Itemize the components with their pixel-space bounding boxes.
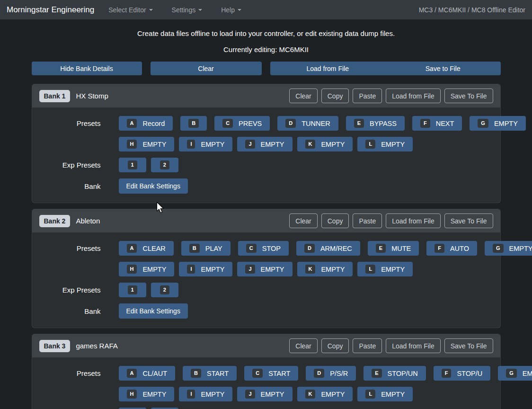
preset-button-j[interactable]: JEMPTY	[237, 387, 292, 401]
preset-key-badge: H	[127, 390, 137, 399]
bank-load-from-file-button[interactable]: Load from File	[386, 338, 440, 353]
preset-button-k[interactable]: KEMPTY	[297, 387, 353, 401]
preset-button-c[interactable]: CSTOP	[238, 241, 289, 256]
bank-paste-button[interactable]: Paste	[353, 213, 382, 228]
bank-number-badge: Bank 2	[39, 215, 71, 227]
preset-buttons: HEMPTY IEMPTY JEMPTY KEMPTY LEMPTY	[119, 137, 413, 151]
preset-button-k[interactable]: KEMPTY	[297, 137, 353, 151]
intro-section: Create data files offline to load into y…	[0, 29, 532, 53]
exp-preset-button-1[interactable]: 1	[119, 283, 146, 297]
menu-select-editor[interactable]: Select Editor	[108, 6, 152, 14]
exp-presets-row: Exp Presets 1 2	[40, 283, 493, 297]
exp-preset-button-2[interactable]: 2	[151, 158, 178, 172]
preset-button-e[interactable]: ESTOP/UN	[364, 366, 426, 381]
bank-panel-2: Bank 2 Ableton Clear Copy Paste Load fro…	[32, 209, 501, 328]
hide-bank-details-button[interactable]: Hide Bank Details	[32, 62, 142, 75]
exp-preset-buttons: 1 2	[119, 283, 178, 297]
bank-save-to-file-button[interactable]: Save To File	[444, 338, 493, 353]
preset-button-d[interactable]: DARM/REC	[296, 241, 360, 256]
preset-button-g[interactable]: GEMPTY	[498, 366, 532, 381]
exp-preset-button-2[interactable]: 2	[151, 283, 178, 297]
menu-settings[interactable]: Settings	[172, 6, 203, 14]
preset-key-badge: H	[127, 265, 137, 274]
preset-key-badge: E	[376, 244, 386, 253]
preset-key-badge: K	[305, 390, 316, 399]
preset-key-badge: D	[314, 369, 324, 378]
preset-button-i[interactable]: IEMPTY	[179, 262, 232, 276]
edit-bank-settings-button[interactable]: Edit Bank Settings	[119, 303, 188, 319]
save-to-file-button[interactable]: Save to File	[385, 62, 501, 75]
bank-copy-button[interactable]: Copy	[321, 89, 349, 103]
exp-preset-buttons: 1 2	[119, 158, 178, 172]
bank-settings-row: Bank Edit Bank Settings	[40, 178, 493, 194]
preset-buttons: ACLEAR BPLAY CSTOP DARM/REC EMUTE FAUTO …	[119, 241, 532, 256]
preset-button-l[interactable]: LEMPTY	[357, 262, 413, 276]
bank-save-to-file-button[interactable]: Save To File	[444, 89, 493, 103]
menu-help-label: Help	[221, 6, 235, 14]
bank-paste-button[interactable]: Paste	[353, 89, 382, 103]
bank-clear-button[interactable]: Clear	[289, 338, 317, 353]
preset-button-b[interactable]: BPLAY	[181, 241, 231, 256]
exp-preset-button-1[interactable]: 1	[119, 158, 146, 172]
preset-button-b[interactable]: BSTART	[183, 366, 237, 381]
preset-button-f[interactable]: FNEXT	[412, 116, 462, 131]
presets-row-2: HEMPTY IEMPTY JEMPTY KEMPTY LEMPTY	[40, 387, 493, 401]
exp-presets-row: Exp Presets 1 2	[40, 158, 493, 172]
preset-button-a[interactable]: ACLEAR	[119, 241, 174, 256]
bank-paste-button[interactable]: Paste	[353, 338, 382, 353]
menu-help[interactable]: Help	[221, 6, 241, 14]
preset-button-a[interactable]: ARecord	[119, 116, 173, 131]
preset-button-i[interactable]: IEMPTY	[179, 137, 232, 151]
preset-button-h[interactable]: HEMPTY	[119, 137, 175, 151]
preset-button-j[interactable]: JEMPTY	[237, 262, 292, 276]
preset-button-h[interactable]: HEMPTY	[119, 387, 175, 401]
preset-button-k[interactable]: KEMPTY	[297, 262, 353, 276]
preset-button-c[interactable]: CPREVS	[214, 116, 270, 131]
preset-button-b[interactable]: B	[180, 116, 207, 131]
preset-button-j[interactable]: JEMPTY	[237, 137, 292, 151]
brand[interactable]: Morningstar Engineering	[7, 5, 94, 15]
exp-key-badge: 2	[160, 285, 169, 294]
bank-copy-button[interactable]: Copy	[321, 338, 349, 353]
load-from-file-button[interactable]: Load from File	[270, 62, 386, 75]
bank-1-header: Bank 1 HX Stomp Clear Copy Paste Load fr…	[32, 84, 500, 107]
bank-save-to-file-button[interactable]: Save To File	[444, 213, 493, 228]
preset-key-badge: C	[252, 369, 263, 378]
bank-1-actions: Clear Copy Paste Load from File Save To …	[289, 89, 493, 103]
main-toolbar: Hide Bank Details Clear Load from File S…	[32, 62, 501, 75]
preset-button-l[interactable]: LEMPTY	[357, 137, 413, 151]
preset-key-badge: G	[506, 369, 517, 378]
currently-editing-text: Currently editing: MC6MKII	[0, 45, 532, 53]
preset-key-badge: J	[245, 265, 255, 274]
clear-all-button[interactable]: Clear	[151, 62, 262, 75]
preset-key-badge: F	[442, 369, 452, 378]
edit-bank-settings-button[interactable]: Edit Bank Settings	[119, 178, 188, 194]
preset-button-d[interactable]: DP/S/R	[306, 366, 356, 381]
bank-load-from-file-button[interactable]: Load from File	[386, 89, 440, 103]
preset-button-d[interactable]: DTUNNER	[277, 116, 338, 131]
preset-key-badge: D	[285, 119, 296, 128]
navbar: Morningstar Engineering Select Editor Se…	[0, 0, 532, 19]
preset-button-e[interactable]: EMUTE	[368, 241, 419, 256]
preset-key-badge: G	[493, 244, 504, 253]
preset-button-i[interactable]: IEMPTY	[179, 387, 232, 401]
preset-button-h[interactable]: HEMPTY	[119, 262, 175, 276]
preset-button-f[interactable]: FSTOP/U	[434, 366, 490, 381]
preset-button-e[interactable]: EBYPASS	[346, 116, 405, 131]
bank-1-body: Presets ARecord B CPREVS DTUNNER EBYPASS…	[32, 107, 500, 203]
preset-button-l[interactable]: LEMPTY	[357, 387, 413, 401]
editor-title: MC3 / MC6MKII / MC8 Offline Editor	[419, 6, 525, 14]
preset-key-badge: L	[365, 390, 375, 399]
chevron-down-icon	[238, 9, 241, 11]
bank-clear-button[interactable]: Clear	[289, 89, 317, 103]
intro-text: Create data files offline to load into y…	[0, 29, 532, 37]
bank-load-from-file-button[interactable]: Load from File	[386, 213, 440, 228]
preset-key-badge: J	[245, 140, 255, 149]
bank-clear-button[interactable]: Clear	[289, 213, 317, 228]
preset-button-a[interactable]: ACL/AUT	[119, 366, 176, 381]
preset-button-f[interactable]: FAUTO	[426, 241, 477, 256]
preset-button-c[interactable]: CSTART	[244, 366, 298, 381]
preset-button-g[interactable]: GEMPTY	[485, 241, 532, 256]
preset-button-g[interactable]: GEMPTY	[470, 116, 526, 131]
bank-copy-button[interactable]: Copy	[321, 213, 349, 228]
